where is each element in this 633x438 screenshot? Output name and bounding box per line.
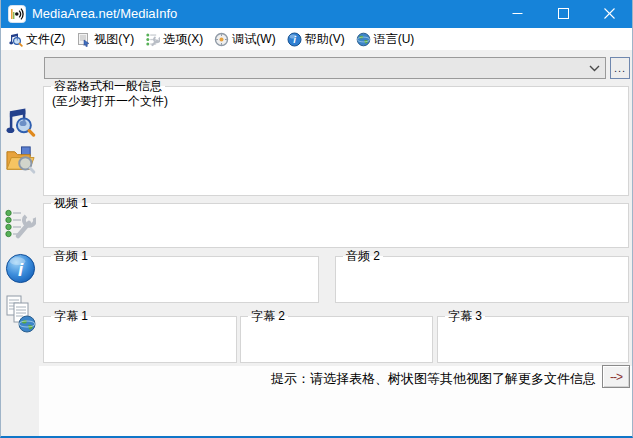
audio-2-label: 音频 2 bbox=[343, 249, 383, 264]
menu-language[interactable]: 语言(U) bbox=[352, 29, 422, 50]
close-button[interactable] bbox=[586, 0, 632, 28]
options-button[interactable] bbox=[3, 208, 37, 244]
video-1-panel: 视频 1 bbox=[43, 203, 629, 248]
about-button[interactable]: i bbox=[3, 252, 37, 288]
menu-help[interactable]: i 帮助(V) bbox=[283, 29, 352, 50]
open-folder-button[interactable] bbox=[3, 143, 37, 179]
menu-view-label: 视图(Y) bbox=[94, 31, 134, 48]
svg-text:i: i bbox=[17, 259, 23, 280]
help-menu-icon: i bbox=[287, 32, 302, 47]
view-menu-icon bbox=[76, 32, 91, 47]
open-folder-icon bbox=[5, 144, 36, 179]
menu-file[interactable]: 文件(Z) bbox=[4, 29, 72, 50]
menu-language-label: 语言(U) bbox=[374, 31, 415, 48]
audio-1-label: 音频 1 bbox=[51, 249, 91, 264]
subtitle-1-panel: 字幕 1 bbox=[43, 316, 237, 363]
language-menu-icon bbox=[356, 32, 371, 47]
menubar: 文件(Z) 视图(Y) bbox=[1, 28, 632, 50]
menu-options-label: 选项(X) bbox=[163, 31, 203, 48]
maximize-icon bbox=[558, 5, 569, 23]
debug-menu-icon bbox=[214, 32, 229, 47]
menu-view[interactable]: 视图(Y) bbox=[72, 29, 141, 50]
export-icon bbox=[4, 294, 36, 338]
audio-1-panel: 音频 1 bbox=[43, 256, 319, 303]
container-info-label: 容器格式和一般信息 bbox=[51, 79, 165, 94]
window-title: MediaArea.net/MediaInfo bbox=[32, 0, 177, 28]
left-toolbar: i bbox=[1, 50, 39, 438]
file-selector-combobox[interactable] bbox=[44, 57, 606, 79]
video-1-label: 视频 1 bbox=[51, 196, 91, 211]
file-selector-input[interactable] bbox=[45, 59, 583, 77]
audio-2-panel: 音频 2 bbox=[335, 256, 629, 303]
svg-text:i: i bbox=[293, 34, 296, 45]
subtitle-1-label: 字幕 1 bbox=[51, 309, 91, 324]
container-info-panel: 容器格式和一般信息 (至少要打开一个文件) bbox=[43, 86, 629, 196]
menu-file-label: 文件(Z) bbox=[26, 31, 65, 48]
maximize-button[interactable] bbox=[540, 0, 586, 28]
open-file-button[interactable] bbox=[3, 105, 37, 141]
subtitle-3-panel: 字幕 3 bbox=[437, 316, 629, 363]
export-button[interactable] bbox=[3, 294, 37, 338]
menu-help-label: 帮助(V) bbox=[305, 31, 345, 48]
menu-debug[interactable]: 调试(W) bbox=[210, 29, 282, 50]
mediainfo-logo-icon bbox=[8, 5, 26, 23]
close-icon bbox=[604, 5, 615, 23]
open-file-icon bbox=[5, 105, 36, 141]
minimize-button[interactable] bbox=[494, 0, 540, 28]
menu-options[interactable]: 选项(X) bbox=[141, 29, 210, 50]
titlebar[interactable]: MediaArea.net/MediaInfo bbox=[1, 0, 632, 28]
subtitle-2-label: 字幕 2 bbox=[248, 309, 288, 324]
next-view-button[interactable]: --> bbox=[602, 365, 630, 388]
subtitle-2-panel: 字幕 2 bbox=[240, 316, 433, 363]
hint-text: 提示：请选择表格、树状图等其他视图了解更多文件信息 bbox=[271, 370, 596, 388]
container-info-note: (至少要打开一个文件) bbox=[52, 93, 622, 110]
menu-debug-label: 调试(W) bbox=[232, 31, 275, 48]
subtitle-3-label: 字幕 3 bbox=[445, 309, 485, 324]
file-menu-icon bbox=[8, 32, 23, 47]
mediainfo-window: MediaArea.net/MediaInfo bbox=[0, 0, 633, 438]
browse-button[interactable]: ... bbox=[610, 57, 630, 79]
options-icon bbox=[4, 207, 36, 245]
chevron-down-icon bbox=[583, 65, 605, 72]
options-menu-icon bbox=[145, 32, 160, 47]
info-icon: i bbox=[5, 253, 36, 288]
minimize-icon bbox=[512, 5, 523, 23]
